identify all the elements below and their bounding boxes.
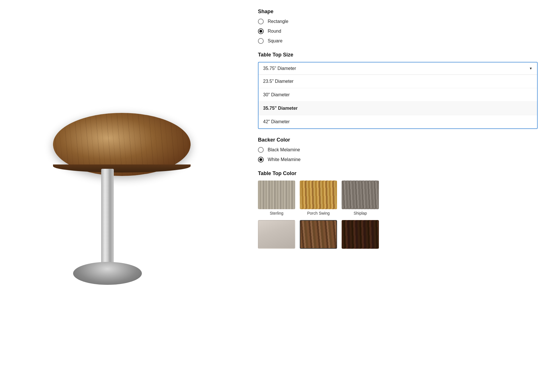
dropdown-item-23.5[interactable]: 23.5" Diameter — [259, 75, 537, 88]
backer-white-label: White Melamine — [268, 157, 301, 162]
swatch-shiplap[interactable]: Shiplap — [342, 181, 379, 215]
swatch-row2-2-box[interactable] — [300, 220, 337, 249]
options-panel: Shape Rectangle Round Square Table Top S… — [244, 0, 552, 392]
swatch-shiplap-box[interactable] — [342, 181, 379, 209]
swatch-row2-3-box[interactable] — [342, 220, 379, 249]
swatch-sterling-box[interactable] — [258, 181, 295, 209]
table-top-size-dropdown[interactable]: 35.75" Diameter ▼ 23.5" Diameter 30" Dia… — [258, 62, 538, 129]
shape-rectangle-label: Rectangle — [268, 19, 288, 24]
backer-black-label: Black Melamine — [268, 147, 300, 152]
shape-option-round[interactable]: Round — [258, 28, 538, 34]
table-top-size-label: Table Top Size — [258, 52, 538, 58]
dropdown-selected-option[interactable]: 35.75" Diameter ▼ — [259, 62, 537, 75]
color-swatches-row2 — [258, 220, 538, 250]
shape-round-label: Round — [268, 29, 281, 34]
shape-option-square[interactable]: Square — [258, 38, 538, 44]
dropdown-item-30[interactable]: 30" Diameter — [259, 88, 537, 102]
backer-color-label: Backer Color — [258, 137, 538, 143]
table-top-color-label: Table Top Color — [258, 170, 538, 177]
backer-option-black[interactable]: Black Melamine — [258, 147, 538, 153]
swatch-row2-1[interactable] — [258, 220, 295, 250]
dropdown-list: 23.5" Diameter 30" Diameter 35.75" Diame… — [259, 75, 537, 128]
swatch-sterling-label: Sterling — [270, 211, 283, 215]
swatch-sterling[interactable]: Sterling — [258, 181, 295, 215]
dropdown-item-35.75[interactable]: 35.75" Diameter — [259, 102, 537, 115]
dropdown-arrow-icon: ▼ — [529, 66, 533, 70]
dropdown-selected-text: 35.75" Diameter — [263, 66, 296, 71]
table-stem-visual — [101, 169, 114, 269]
product-image — [39, 96, 205, 296]
swatch-porch-swing-label: Porch Swing — [307, 211, 330, 215]
table-edge-visual — [53, 164, 191, 173]
backer-radio-black[interactable] — [258, 147, 264, 153]
table-top-color-section: Table Top Color Sterling Porch Swing Shi… — [258, 170, 538, 250]
backer-option-white[interactable]: White Melamine — [258, 157, 538, 162]
swatch-porch-swing-box[interactable] — [300, 181, 337, 209]
backer-radio-white[interactable] — [258, 157, 264, 162]
swatch-porch-swing[interactable]: Porch Swing — [300, 181, 337, 215]
shape-radio-square[interactable] — [258, 38, 264, 44]
shape-radio-round[interactable] — [258, 28, 264, 34]
shape-radio-rectangle[interactable] — [258, 19, 264, 24]
swatch-row2-3[interactable] — [342, 220, 379, 250]
dropdown-item-42[interactable]: 42" Diameter — [259, 115, 537, 128]
shape-label: Shape — [258, 9, 538, 15]
product-image-panel — [0, 0, 244, 392]
swatch-row2-2[interactable] — [300, 220, 337, 250]
color-swatches-row1: Sterling Porch Swing Shiplap — [258, 181, 538, 215]
swatch-shiplap-label: Shiplap — [354, 211, 367, 215]
table-base-visual — [73, 262, 142, 285]
shape-section: Shape Rectangle Round Square — [258, 9, 538, 44]
shape-square-label: Square — [268, 38, 283, 44]
shape-option-rectangle[interactable]: Rectangle — [258, 19, 538, 24]
backer-color-section: Backer Color Black Melamine White Melami… — [258, 137, 538, 162]
table-top-size-section: Table Top Size 35.75" Diameter ▼ 23.5" D… — [258, 52, 538, 129]
swatch-row2-1-box[interactable] — [258, 220, 295, 249]
